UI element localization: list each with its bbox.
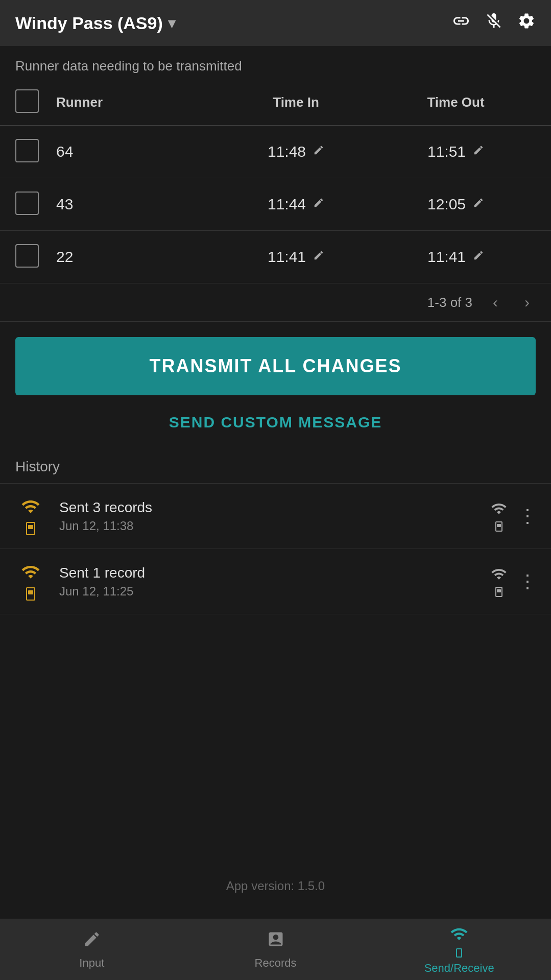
- transmit-all-changes-button[interactable]: TRANSMIT ALL CHANGES: [15, 337, 536, 395]
- history-section: History Sent 3 records Jun 12, 11:38: [0, 446, 551, 864]
- header-icons: [452, 12, 536, 34]
- history-item-date-2: Jun 12, 11:25: [59, 584, 477, 599]
- edit-time-in-3[interactable]: [313, 250, 324, 264]
- table-row: 64 11:48 11:51: [0, 126, 551, 178]
- table-row: 22 11:41 11:41: [0, 231, 551, 283]
- pagination: 1-3 of 3 ‹ ›: [0, 283, 551, 322]
- page-info: 1-3 of 3: [427, 295, 472, 310]
- nav-item-input[interactable]: Input: [0, 919, 184, 980]
- link-icon[interactable]: [452, 12, 470, 34]
- edit-time-out-1[interactable]: [473, 145, 484, 159]
- edit-time-out-2[interactable]: [473, 197, 484, 211]
- header-check-col: [15, 89, 56, 115]
- retransmit-icon-1[interactable]: [491, 500, 507, 532]
- time-out-3: 11:41: [376, 248, 536, 266]
- row-checkbox-3[interactable]: [15, 244, 39, 268]
- history-item-text-2: Sent 1 record Jun 12, 11:25: [59, 565, 477, 599]
- subtitle: Runner data needing to be transmitted: [0, 46, 551, 79]
- history-item-actions-2: ⋮: [491, 566, 536, 597]
- table-row: 43 11:44 12:05: [0, 178, 551, 231]
- records-nav-icon: [267, 930, 285, 952]
- select-all-checkbox[interactable]: [15, 89, 39, 113]
- edit-time-in-1[interactable]: [313, 145, 324, 159]
- edit-time-out-3[interactable]: [473, 250, 484, 264]
- row-check-col: [15, 244, 56, 270]
- prev-page-button[interactable]: ‹: [487, 292, 504, 313]
- settings-icon[interactable]: [517, 12, 536, 34]
- transmit-icon-1: [21, 497, 40, 535]
- row-checkbox-1[interactable]: [15, 139, 39, 162]
- bottom-navigation: Input Records Send/Receive: [0, 919, 551, 980]
- app-version: App version: 1.5.0: [0, 864, 551, 909]
- send-custom-message-button[interactable]: SEND CUSTOM MESSAGE: [164, 409, 388, 436]
- history-item-date-1: Jun 12, 11:38: [59, 519, 477, 533]
- transmit-icon-wrap: [15, 497, 46, 535]
- send-receive-nav-icon: [450, 925, 468, 958]
- title-dropdown-icon[interactable]: ▾: [168, 15, 175, 32]
- header-time-out: Time Out: [376, 94, 536, 110]
- header: Windy Pass (AS9) ▾: [0, 0, 551, 46]
- table: Runner Time In Time Out 64 11:48 11:51: [0, 79, 551, 322]
- list-item: Sent 1 record Jun 12, 11:25 ⋮: [0, 549, 551, 614]
- send-receive-nav-label: Send/Receive: [424, 962, 494, 975]
- row-checkbox-2[interactable]: [15, 192, 39, 215]
- time-in-2: 11:44: [216, 196, 376, 213]
- list-item: Sent 3 records Jun 12, 11:38 ⋮: [0, 484, 551, 549]
- title-text: Windy Pass (AS9): [15, 13, 163, 33]
- row-check-col: [15, 139, 56, 164]
- header-runner: Runner: [56, 94, 216, 110]
- transmit-icon-wrap-2: [15, 562, 46, 601]
- edit-time-in-2[interactable]: [313, 197, 324, 211]
- time-out-2: 12:05: [376, 196, 536, 213]
- history-item-actions-1: ⋮: [491, 500, 536, 532]
- table-header: Runner Time In Time Out: [0, 79, 551, 126]
- transmit-icon-2: [21, 562, 40, 601]
- runner-number-1: 64: [56, 143, 216, 160]
- action-buttons: TRANSMIT ALL CHANGES SEND CUSTOM MESSAGE: [0, 322, 551, 446]
- runner-number-2: 43: [56, 196, 216, 213]
- records-nav-label: Records: [255, 957, 297, 970]
- header-title[interactable]: Windy Pass (AS9) ▾: [15, 13, 175, 33]
- time-in-1: 11:48: [216, 143, 376, 160]
- history-item-text-1: Sent 3 records Jun 12, 11:38: [59, 499, 477, 533]
- more-options-icon-1[interactable]: ⋮: [518, 506, 536, 527]
- more-options-icon-2[interactable]: ⋮: [518, 571, 536, 592]
- nav-item-records[interactable]: Records: [184, 919, 368, 980]
- history-item-title-1: Sent 3 records: [59, 499, 477, 516]
- time-in-3: 11:41: [216, 248, 376, 266]
- row-check-col: [15, 192, 56, 217]
- nav-item-send-receive[interactable]: Send/Receive: [367, 919, 551, 980]
- header-time-in: Time In: [216, 94, 376, 110]
- input-nav-icon: [83, 930, 101, 952]
- mute-icon[interactable]: [485, 12, 503, 34]
- input-nav-label: Input: [79, 957, 104, 970]
- history-label: History: [0, 446, 551, 484]
- history-item-title-2: Sent 1 record: [59, 565, 477, 581]
- retransmit-icon-2[interactable]: [491, 566, 507, 597]
- next-page-button[interactable]: ›: [518, 292, 536, 313]
- runner-number-3: 22: [56, 248, 216, 266]
- time-out-1: 11:51: [376, 143, 536, 160]
